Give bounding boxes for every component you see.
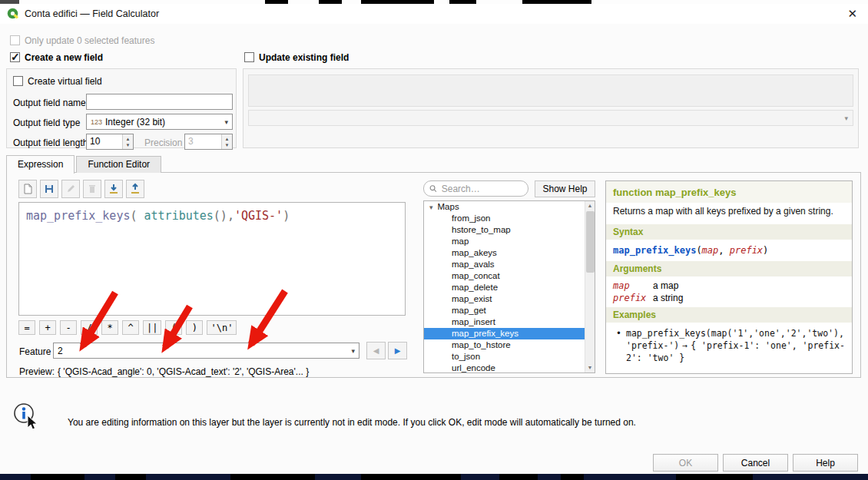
output-field-name-input[interactable] bbox=[86, 94, 233, 110]
spinner-arrows-icon[interactable] bbox=[221, 134, 232, 149]
operator-close-paren-button[interactable]: ) bbox=[186, 320, 203, 335]
background-shape bbox=[561, 474, 584, 480]
argument-description: a string bbox=[653, 293, 683, 303]
output-field-type-label: Output field type bbox=[13, 118, 80, 128]
tree-item[interactable]: map_insert bbox=[424, 316, 595, 328]
operator-divide-button[interactable]: / bbox=[81, 320, 98, 335]
only-update-checkbox[interactable] bbox=[10, 35, 20, 45]
update-existing-field-checkbox[interactable] bbox=[244, 52, 254, 62]
output-field-length-label: Output field length bbox=[13, 137, 88, 148]
tree-item[interactable]: url_encode bbox=[424, 362, 595, 373]
expression-editor[interactable]: map_prefix_keys( attributes(),'QGIS-') bbox=[18, 202, 406, 316]
syntax-function-name: map_prefix_keys bbox=[613, 245, 696, 256]
new-expression-button[interactable] bbox=[18, 180, 37, 198]
operator-open-paren-button[interactable]: ( bbox=[165, 320, 182, 335]
output-field-type-select[interactable]: 123 Integer (32 bit) bbox=[86, 114, 233, 130]
tab-function-editor[interactable]: Function Editor bbox=[76, 156, 161, 173]
feature-label: Feature bbox=[19, 346, 51, 357]
preview-label: Preview: bbox=[19, 366, 55, 377]
pencil-icon bbox=[65, 183, 77, 195]
edit-mode-message: You are editing information on this laye… bbox=[68, 417, 820, 428]
dialog-buttons: OK Cancel Help bbox=[653, 454, 858, 472]
operator-concat-button[interactable]: || bbox=[143, 320, 161, 335]
next-feature-button[interactable] bbox=[388, 342, 407, 359]
function-search[interactable] bbox=[423, 180, 528, 197]
existing-field-select[interactable] bbox=[248, 110, 853, 126]
background-shape bbox=[361, 474, 461, 480]
background-shape bbox=[31, 474, 84, 480]
tree-item[interactable]: map_akeys bbox=[424, 247, 595, 259]
expression-function-token: map_prefix_keys bbox=[26, 209, 130, 223]
help-button[interactable]: Help bbox=[793, 454, 858, 472]
create-virtual-field-checkbox[interactable] bbox=[13, 76, 23, 86]
argument-row: mapa map bbox=[606, 280, 852, 292]
preview-row: Preview:{ 'QGIS-Acad_angle': 0, 'QGIS-Ac… bbox=[19, 366, 309, 377]
tree-item[interactable]: map_get bbox=[424, 305, 595, 316]
output-field-length-spinner[interactable]: 10 bbox=[86, 134, 134, 150]
close-icon[interactable]: ✕ bbox=[847, 7, 857, 21]
export-expression-button[interactable] bbox=[126, 180, 144, 198]
tree-item[interactable]: map_delete bbox=[424, 282, 595, 293]
operator-equals-button[interactable]: = bbox=[18, 320, 35, 335]
scrollbar-thumb[interactable] bbox=[586, 211, 595, 273]
integer-type-icon: 123 bbox=[91, 118, 102, 126]
argument-description: a map bbox=[653, 280, 678, 291]
tree-item[interactable]: from_json bbox=[424, 213, 595, 224]
help-description: Returns a map with all keys prefixed by … bbox=[606, 203, 852, 221]
syntax-arg: map bbox=[702, 245, 719, 256]
edit-expression-button[interactable] bbox=[61, 180, 80, 198]
save-expression-button[interactable] bbox=[40, 180, 58, 198]
syntax-paren: ) bbox=[763, 245, 768, 256]
expression-builder-panel: map_prefix_keys( attributes(),'QGIS-') =… bbox=[6, 172, 861, 378]
new-field-group: Create virtual field Output field name O… bbox=[6, 68, 237, 148]
tab-expression[interactable]: Expression bbox=[6, 155, 75, 174]
expression-paren-token: ) bbox=[283, 209, 290, 223]
output-field-type-value: Integer (32 bit) bbox=[105, 117, 165, 127]
expression-string-token: 'QGIS-' bbox=[234, 209, 283, 223]
tree-item[interactable]: map_concat bbox=[424, 270, 595, 282]
spinner-arrows-icon[interactable] bbox=[122, 134, 133, 149]
import-expression-button[interactable] bbox=[104, 180, 123, 198]
help-syntax-header: Syntax bbox=[606, 224, 852, 240]
operator-buttons: = + - / * ^ || ( ) '\n' bbox=[18, 320, 237, 335]
operator-minus-button[interactable]: - bbox=[60, 320, 77, 335]
feature-value: 2 bbox=[58, 346, 63, 356]
tree-item[interactable]: map_to_hstore bbox=[424, 339, 595, 351]
operator-plus-button[interactable]: + bbox=[39, 320, 56, 335]
operator-multiply-button[interactable]: * bbox=[101, 320, 118, 335]
operator-newline-button[interactable]: '\n' bbox=[207, 320, 237, 335]
precision-value: 3 bbox=[185, 134, 221, 149]
tree-item[interactable]: map_exist bbox=[424, 293, 595, 305]
create-new-field-checkbox[interactable] bbox=[10, 52, 20, 62]
delete-expression-button[interactable] bbox=[83, 180, 101, 198]
tree-item[interactable]: map bbox=[424, 236, 595, 247]
expand-arrow-icon bbox=[429, 202, 438, 211]
previous-feature-button[interactable] bbox=[366, 342, 386, 359]
show-help-button[interactable]: Show Help bbox=[535, 180, 595, 197]
tree-item[interactable]: hstore_to_map bbox=[424, 224, 595, 236]
tree-item[interactable]: to_json bbox=[424, 351, 595, 362]
update-existing-field-label: Update existing field bbox=[259, 52, 349, 63]
search-input[interactable] bbox=[440, 183, 522, 195]
qgis-logo-icon bbox=[7, 8, 19, 20]
tree-group-label: Maps bbox=[438, 202, 459, 211]
scroll-down-icon[interactable] bbox=[585, 363, 595, 372]
feature-select[interactable]: 2 bbox=[53, 343, 359, 359]
only-update-label: Only update 0 selected features bbox=[25, 35, 154, 46]
tree-item-map-prefix-keys[interactable]: map_prefix_keys bbox=[424, 328, 595, 339]
chevron-down-icon bbox=[844, 114, 848, 122]
tree-group-maps[interactable]: Maps bbox=[424, 201, 595, 213]
export-icon bbox=[129, 183, 141, 195]
page-icon bbox=[22, 183, 34, 195]
ok-button[interactable]: OK bbox=[653, 454, 718, 472]
argument-name: map bbox=[613, 280, 653, 291]
operator-power-button[interactable]: ^ bbox=[122, 320, 139, 335]
tree-scrollbar[interactable] bbox=[585, 201, 595, 372]
scroll-up-icon[interactable] bbox=[585, 201, 595, 210]
cancel-button[interactable]: Cancel bbox=[723, 454, 788, 472]
help-arguments-header: Arguments bbox=[606, 261, 852, 276]
precision-label: Precision bbox=[144, 137, 182, 148]
precision-spinner[interactable]: 3 bbox=[184, 134, 233, 150]
tree-item[interactable]: map_avals bbox=[424, 259, 595, 270]
window-title: Conta edifici — Field Calculator bbox=[25, 8, 159, 19]
